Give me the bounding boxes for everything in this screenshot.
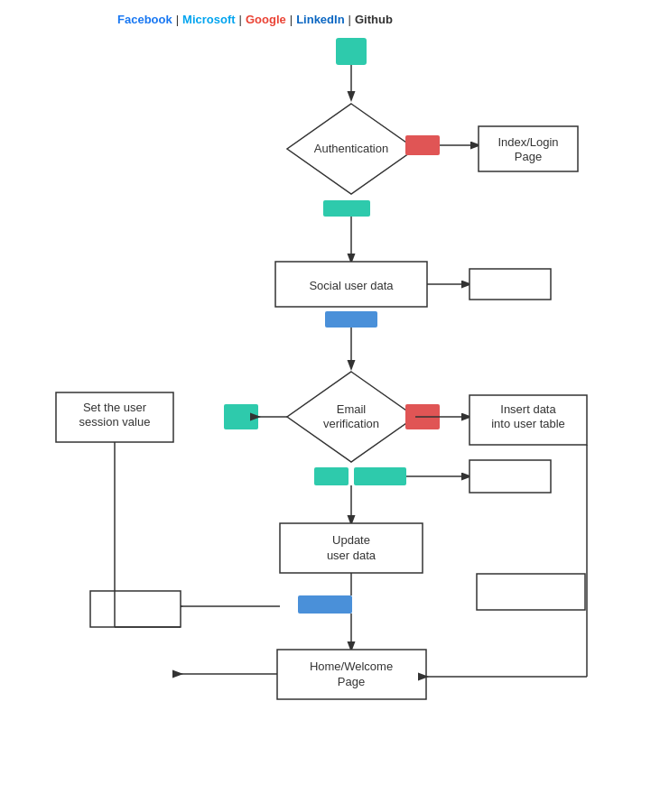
right-box-2 (469, 460, 551, 493)
index-login-label: Index/Login (497, 135, 558, 149)
blue-bar-1 (325, 311, 377, 328)
set-session-label1: Set the user (83, 401, 147, 414)
authentication-label: Authentication (314, 142, 388, 155)
email-yes-bar (224, 404, 258, 429)
index-login-box (479, 126, 578, 171)
home-welcome-label1: Home/Welcome (310, 660, 393, 673)
index-login-label2: Page (515, 150, 542, 163)
email-verification-label2: verification (323, 417, 379, 430)
blue-bar-2 (298, 595, 352, 614)
teal-bar-bottom1 (314, 467, 349, 485)
social-user-data-label: Social user data (309, 279, 394, 292)
check-exists-box (469, 269, 551, 300)
right-lower-box (477, 574, 585, 610)
flowchart: Authentication Index/Login Page Social u… (0, 0, 660, 812)
insert-data-label1: Insert data (500, 402, 556, 416)
email-verification-label: Email (337, 402, 367, 416)
home-welcome-label2: Page (338, 675, 365, 688)
auth-success-bar2 (334, 200, 370, 217)
start-node (336, 38, 367, 65)
update-user-data-label1: Update (332, 533, 370, 547)
teal-bar-bottom2 (354, 467, 406, 485)
set-session-label2: session value (79, 415, 151, 429)
insert-data-label2: into user table (491, 417, 565, 430)
bottom-left-box (90, 591, 181, 627)
update-user-data-label2: user data (327, 549, 376, 562)
auth-fail-indicator (405, 135, 440, 155)
